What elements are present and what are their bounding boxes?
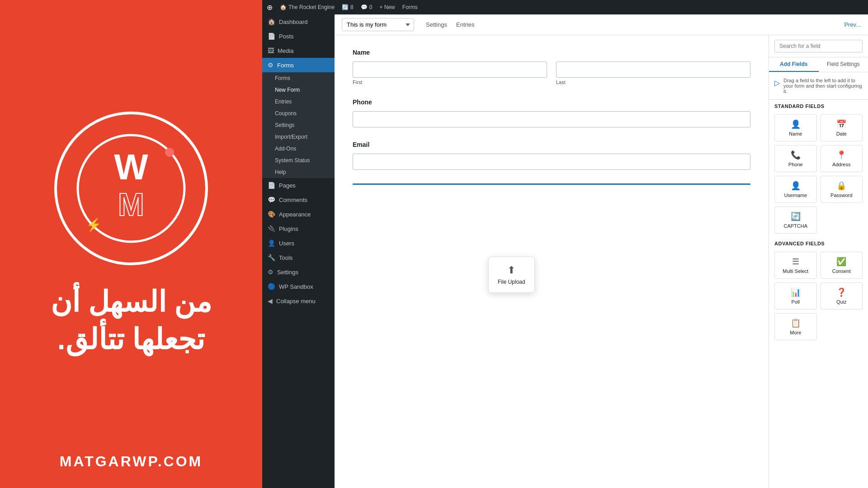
posts-icon: 📄 [268,33,275,40]
arabic-text: من السهل أن تجعلها تتألق. [37,283,226,358]
field-item-address[interactable]: 📍 Address [821,145,863,172]
submenu-addons[interactable]: Add-Ons [262,143,335,155]
forms-submenu: Forms New Form Entries Coupons Settings … [262,72,335,178]
sidebar: 🏠 Dashboard 📄 Posts 🖼 Media ⚙ Forms Form… [262,14,335,488]
drag-hint-text: Drag a field to the left to add it to yo… [783,78,863,94]
sidebar-item-posts[interactable]: 📄 Posts [262,29,335,43]
consent-field-icon: ✅ [836,257,846,267]
wp-sandbox-icon: 🔵 [268,283,275,290]
comments-link[interactable]: 💬 0 [361,4,373,10]
sidebar-item-dashboard[interactable]: 🏠 Dashboard [262,14,335,29]
submenu-help[interactable]: Help [262,166,335,178]
sidebar-item-wp-sandbox[interactable]: 🔵 WP Sandbox [262,279,335,294]
last-name-wrap: Last [556,61,750,85]
field-item-more[interactable]: 📋 More [774,313,817,340]
preview-button[interactable]: Prev... [844,21,861,28]
submenu-coupons[interactable]: Coupons [262,108,335,119]
first-name-label: First [353,80,547,85]
submenu-import-export[interactable]: Import/Export [262,131,335,143]
poll-field-item-label: Poll [792,299,800,305]
left-panel: W M ⚡ من السهل أن تجعلها تتألق. MATGARWP… [0,0,262,488]
username-field-item-label: Username [784,192,807,198]
plugins-icon: 🔌 [268,225,275,232]
field-item-captcha[interactable]: 🔄 CAPTCHA [774,206,817,234]
sidebar-item-plugins[interactable]: 🔌 Plugins [262,221,335,236]
phone-input[interactable] [353,111,750,127]
sidebar-item-pages[interactable]: 📄 Pages [262,178,335,192]
tab-field-settings[interactable]: Field Settings [819,57,868,72]
form-canvas: Name First Last [335,35,769,488]
captcha-field-item-label: CAPTCHA [783,223,807,229]
sidebar-item-media[interactable]: 🖼 Media [262,43,335,58]
address-field-icon: 📍 [836,150,846,160]
forms-sidebar-icon: ⚙ [268,61,274,69]
sidebar-item-comments[interactable]: 💬 Comments [262,192,335,207]
comments-sidebar-icon: 💬 [268,196,275,203]
name-field-group: Name First Last [353,49,750,85]
field-item-name[interactable]: 👤 Name [774,114,817,141]
editor-topbar-right: Prev... [844,21,861,28]
submenu-system-status[interactable]: System Status [262,155,335,166]
field-item-consent[interactable]: ✅ Consent [821,252,863,279]
consent-field-item-label: Consent [832,268,851,274]
multiselect-field-item-label: Multi Select [783,268,808,274]
pages-icon: 📄 [268,182,275,189]
field-item-quiz[interactable]: ❓ Quiz [821,282,863,310]
new-link[interactable]: + New [379,4,395,10]
field-item-password[interactable]: 🔒 Password [821,176,863,203]
name-field-icon: 👤 [791,119,801,129]
sidebar-item-appearance[interactable]: 🎨 Appearance [262,207,335,221]
multiselect-field-icon: ☰ [792,257,799,267]
top-bar: ⊕ 🏠 The Rocket Engine 🔄 8 💬 0 + New Form… [262,0,868,14]
site-link[interactable]: 🏠 The Rocket Engine [280,4,335,10]
submenu-settings[interactable]: Settings [262,119,335,131]
first-name-input[interactable] [353,61,547,78]
field-item-phone[interactable]: 📞 Phone [774,145,817,172]
field-search-input[interactable] [774,40,863,52]
sidebar-item-tools[interactable]: 🔧 Tools [262,250,335,265]
tab-entries[interactable]: Entries [456,19,474,30]
sidebar-item-settings[interactable]: ⚙ Settings [262,265,335,279]
address-field-item-label: Address [832,162,850,167]
sidebar-item-forms[interactable]: ⚙ Forms [262,58,335,72]
sidebar-item-collapse[interactable]: ◀ Collapse menu [262,294,335,308]
submenu-new-form[interactable]: New Form [262,84,335,96]
form-selector[interactable]: This is my form [342,18,414,31]
field-search-wrap [769,35,868,57]
cursor-pointer: ☞ [506,275,516,287]
last-name-label: Last [556,80,750,85]
settings-icon: ⚙ [268,268,274,276]
editor-topbar: This is my form Settings Entries Prev... [335,14,868,35]
field-item-poll[interactable]: 📊 Poll [774,282,817,310]
username-field-icon: 👤 [791,181,801,191]
name-field-label: Name [353,49,750,56]
field-item-multiselect[interactable]: ☰ Multi Select [774,252,817,279]
sidebar-item-users[interactable]: 👤 Users [262,236,335,250]
dashboard-icon: 🏠 [268,18,275,25]
submenu-entries[interactable]: Entries [262,96,335,108]
tab-settings[interactable]: Settings [426,19,447,30]
tab-add-fields[interactable]: Add Fields [769,57,819,72]
last-name-input[interactable] [556,61,750,78]
quiz-field-icon: ❓ [836,287,846,297]
field-item-date[interactable]: 📅 Date [821,114,863,141]
more-field-item-label: More [790,330,801,335]
standard-fields-label: Standard Fields [769,100,868,111]
collapse-icon: ◀ [268,297,273,305]
field-item-username[interactable]: 👤 Username [774,176,817,203]
main-content: 🏠 Dashboard 📄 Posts 🖼 Media ⚙ Forms Form… [262,14,868,488]
updates-link[interactable]: 🔄 8 [342,4,354,10]
right-panel-tabs: Add Fields Field Settings [769,57,868,72]
appearance-icon: 🎨 [268,211,275,218]
phone-field-item-label: Phone [788,162,803,167]
editor-area: This is my form Settings Entries Prev...… [335,14,868,488]
more-field-icon: 📋 [791,318,801,328]
quiz-field-item-label: Quiz [836,299,847,305]
submenu-forms[interactable]: Forms [262,72,335,84]
forms-link[interactable]: Forms [402,4,418,10]
phone-field-label: Phone [353,99,750,106]
email-input[interactable] [353,154,750,170]
advanced-fields-grid: ☰ Multi Select ✅ Consent 📊 Poll ❓ [769,248,868,344]
name-field-item-label: Name [789,131,802,136]
first-name-wrap: First [353,61,547,85]
